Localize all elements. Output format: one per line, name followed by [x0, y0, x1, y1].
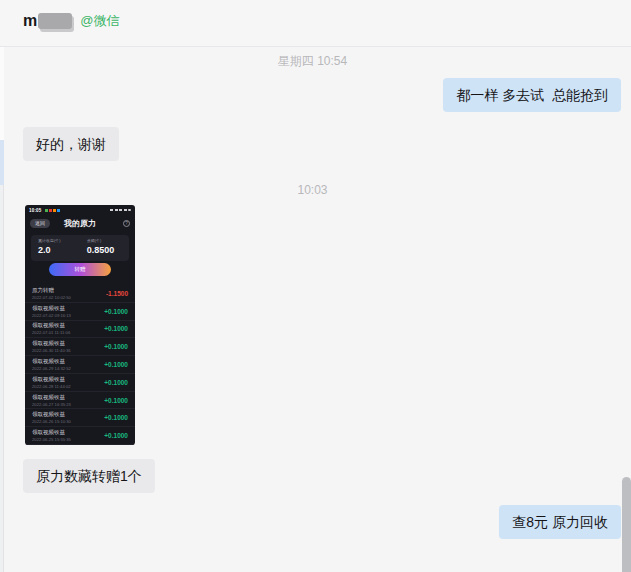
image-message-phone-screenshot[interactable]: 10:05 我的原力 返回 ? 累计收益(个) 2.0	[25, 205, 135, 445]
transaction-name: 领取视频收益	[32, 340, 71, 347]
wechat-source-badge: @微信	[80, 12, 119, 30]
transaction-name: 领取视频收益	[32, 322, 70, 329]
transaction-amount: +0.1000	[104, 379, 128, 386]
transaction-row: 领取视频收益 2022-07-02 09:16:13 +0.1000	[25, 303, 135, 321]
phone-clock: 10:05	[29, 208, 42, 213]
transaction-time: 2022-06-25 15:55:35	[32, 437, 71, 442]
phone-page-title: 我的原力	[25, 218, 135, 229]
transaction-name: 领取视频收益	[32, 429, 71, 436]
transaction-row: 领取视频收益 2022-06-27 16:35:23 +0.1000	[25, 392, 135, 410]
sidebar-edge	[0, 0, 4, 572]
transaction-name: 领取视频收益	[32, 358, 71, 365]
chat-window: m @微信 星期四 10:54 都一样 多去试 总能抢到 好的，谢谢 10:03…	[0, 0, 631, 572]
transaction-time: 2022-07-02 10:02:50	[32, 295, 71, 300]
sent-message-bubble[interactable]: 都一样 多去试 总能抢到	[443, 78, 621, 112]
transaction-time: 2022-06-28 11:44:02	[32, 384, 71, 389]
transaction-amount: +0.1000	[104, 397, 128, 404]
transaction-list: 原力转赠 2022-07-02 10:02:50 -1.1500 领取视频收益 …	[25, 285, 135, 445]
status-icons	[110, 209, 131, 212]
phone-status-bar: 10:05	[25, 205, 135, 215]
app-icon-blue	[57, 209, 60, 212]
balance-label: 余额(个)	[87, 238, 115, 243]
total-earnings-label: 累计收益(个)	[38, 238, 61, 243]
transaction-row: 原力转赠 2022-07-02 10:02:50 -1.1500	[25, 285, 135, 303]
phone-nav-bar: 我的原力 返回 ?	[25, 215, 135, 231]
app-icon-orange	[53, 209, 56, 212]
app-icon-green	[45, 209, 48, 212]
transaction-amount: +0.1000	[104, 325, 128, 332]
transaction-row: 领取视频收益 2022-06-26 15:10:30 +0.1000	[25, 409, 135, 427]
timestamp: 星期四 10:54	[0, 53, 625, 70]
transaction-time: 2022-06-29 14:32:52	[32, 366, 71, 371]
transaction-amount: -1.1500	[106, 290, 128, 297]
transaction-time: 2022-07-01 11:11:06	[32, 330, 70, 335]
transaction-row: 领取视频收益 2022-06-30 11:40:36 +0.1000	[25, 338, 135, 356]
battery-icon	[128, 209, 131, 212]
contact-name: m	[23, 12, 37, 30]
transaction-name: 领取视频收益	[32, 376, 71, 383]
nfc-icon	[119, 209, 122, 212]
wifi-icon	[115, 209, 118, 212]
received-message-bubble[interactable]: 原力数藏转赠1个	[23, 459, 155, 493]
chat-title: m @微信	[23, 12, 119, 30]
transaction-amount: +0.1000	[104, 432, 128, 439]
total-earnings-value: 2.0	[38, 245, 61, 255]
scrollbar-thumb[interactable]	[622, 477, 631, 572]
transaction-name: 原力转赠	[32, 287, 71, 294]
timestamp: 10:03	[0, 183, 625, 197]
total-earnings: 累计收益(个) 2.0	[38, 238, 61, 258]
transaction-name: 领取视频收益	[32, 305, 71, 312]
notification-app-icons	[45, 209, 60, 212]
transaction-row: 领取视频收益 2022-06-29 14:32:52 +0.1000	[25, 356, 135, 374]
sidebar-selected-item-edge[interactable]	[0, 140, 4, 185]
transfer-button: 转赠	[49, 263, 111, 276]
transaction-time: 2022-06-27 16:35:23	[32, 402, 71, 407]
chat-header: m @微信	[0, 0, 631, 47]
transaction-time: 2022-06-26 15:10:30	[32, 419, 71, 424]
sent-message-bubble[interactable]: 查8元 原力回收	[499, 505, 621, 539]
transaction-amount: +0.1000	[104, 308, 128, 315]
transaction-row: 领取视频收益 2022-06-25 15:55:35 +0.1000	[25, 427, 135, 445]
transaction-row: 领取视频收益 2022-07-01 11:11:06 +0.1000	[25, 321, 135, 339]
transaction-name: 领取视频收益	[32, 394, 71, 401]
transaction-amount: +0.1000	[104, 343, 128, 350]
name-redaction-blur	[38, 13, 72, 29]
balance: 余额(个) 0.8500	[87, 238, 115, 258]
alarm-icon	[124, 209, 127, 212]
transaction-name: 领取视频收益	[32, 411, 71, 418]
app-icon-red	[49, 209, 52, 212]
received-message-bubble[interactable]: 好的，谢谢	[23, 127, 119, 161]
transaction-amount: +0.1000	[104, 361, 128, 368]
help-icon: ?	[123, 220, 130, 227]
signal-icon	[110, 209, 113, 212]
balance-value: 0.8500	[87, 245, 115, 255]
earnings-summary-card: 累计收益(个) 2.0 余额(个) 0.8500	[31, 235, 129, 261]
transaction-time: 2022-07-02 09:16:13	[32, 313, 71, 318]
transaction-time: 2022-06-30 11:40:36	[32, 348, 71, 353]
transaction-row: 领取视频收益 2022-06-28 11:44:02 +0.1000	[25, 374, 135, 392]
transaction-amount: +0.1000	[104, 414, 128, 421]
